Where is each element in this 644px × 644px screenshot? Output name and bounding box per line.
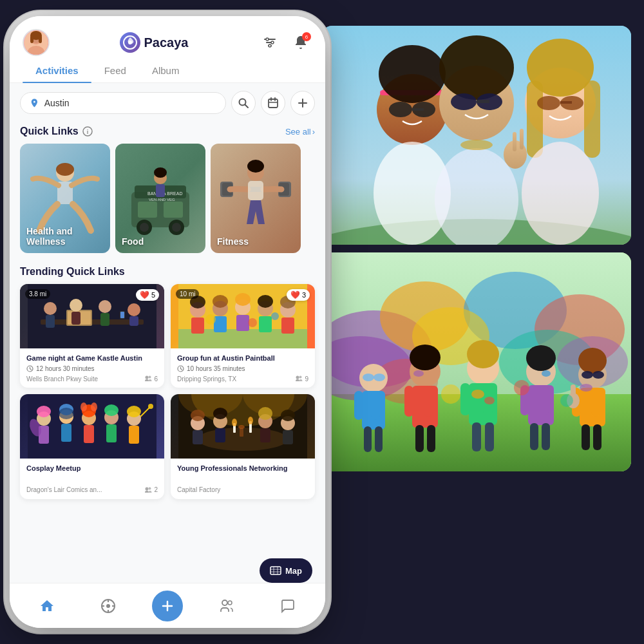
game-location-text: Wells Branch Pkwy Suite [26, 375, 98, 383]
event-card-game[interactable]: 3.8 mi ❤️ 5 Game night at Game Kastle Au… [20, 284, 164, 388]
quick-links-header: Quick Links i See all › [20, 126, 315, 137]
user-avatar[interactable] [23, 29, 50, 56]
event-card-cosplay[interactable]: Cosplay Meetup Dragon's Lair Comics an..… [20, 394, 164, 498]
wellness-bg: Health and Wellness [20, 144, 110, 253]
svg-point-53 [413, 370, 424, 377]
networking-event-image [171, 394, 315, 459]
nav-messages[interactable] [270, 593, 306, 619]
svg-rect-19 [584, 80, 600, 158]
tab-feed[interactable]: Feed [91, 59, 139, 82]
svg-rect-82 [571, 384, 576, 397]
svg-rect-48 [404, 386, 413, 417]
svg-point-178 [299, 376, 302, 379]
svg-rect-164 [236, 315, 249, 331]
svg-point-10 [451, 93, 477, 110]
messages-nav-icon [280, 598, 296, 614]
svg-point-112 [56, 163, 74, 176]
svg-point-160 [213, 295, 228, 308]
svg-rect-217 [215, 428, 225, 442]
svg-point-177 [296, 376, 299, 379]
clock-icon-2 [177, 365, 184, 372]
svg-point-171 [205, 314, 216, 325]
svg-rect-195 [106, 424, 117, 442]
tabs-bar: Activities Feed Album [10, 59, 325, 83]
map-button[interactable]: Map [260, 558, 312, 583]
quick-link-food[interactable]: BANANA BREAD VEN AND VEG [115, 144, 205, 253]
calendar-button[interactable] [261, 91, 285, 115]
svg-rect-6 [412, 108, 424, 111]
svg-rect-134 [248, 181, 263, 200]
search-button[interactable] [231, 91, 256, 115]
svg-point-143 [99, 300, 111, 313]
event-cards-row-2: Cosplay Meetup Dragon's Lair Comics an..… [20, 394, 315, 498]
content-area: Quick Links i See all › [10, 83, 325, 583]
svg-point-166 [258, 295, 273, 308]
svg-rect-144 [100, 313, 109, 326]
search-input-wrapper[interactable] [20, 92, 226, 114]
paintball-distance-badge: 10 mi [176, 289, 199, 299]
clock-icon [26, 365, 33, 372]
svg-rect-42 [364, 426, 372, 452]
paintball-event-name: Group fun at Austin Paintball [177, 354, 308, 363]
tab-activities[interactable]: Activities [23, 59, 91, 82]
svg-point-190 [80, 402, 87, 412]
svg-point-61 [471, 390, 484, 399]
nav-explore[interactable] [90, 593, 126, 619]
nav-add-button[interactable] [152, 591, 183, 621]
people-icon-2 [295, 375, 303, 383]
svg-rect-192 [84, 425, 94, 443]
add-filter-button[interactable] [290, 91, 315, 115]
people-icon [144, 375, 152, 383]
svg-point-202 [149, 487, 151, 489]
svg-point-145 [128, 303, 140, 316]
friends-photo [322, 26, 631, 245]
paintball-attendees: 9 [295, 375, 308, 383]
svg-point-186 [59, 408, 74, 419]
paintball-like-badge: ❤️ 3 [287, 289, 310, 301]
svg-point-163 [235, 293, 251, 306]
paintball-event-image: 10 mi ❤️ 3 [171, 284, 315, 348]
svg-point-77 [578, 348, 607, 374]
holi-photo [322, 252, 631, 471]
svg-point-225 [238, 425, 245, 429]
svg-point-98 [266, 38, 269, 41]
nav-home[interactable] [29, 593, 65, 619]
notification-button[interactable]: 6 [289, 31, 312, 54]
svg-rect-51 [427, 425, 435, 452]
svg-point-79 [592, 371, 604, 379]
svg-rect-49 [424, 386, 433, 417]
networking-location-text: Capital Factory [177, 486, 220, 493]
networking-location: Capital Factory [177, 486, 308, 493]
cosplay-event-info: Cosplay Meetup Dragon's Lair Comics an..… [20, 459, 164, 498]
event-card-networking[interactable]: Young Professionals Networking Capital F… [171, 394, 315, 498]
svg-rect-103 [269, 99, 278, 108]
svg-rect-223 [283, 430, 293, 444]
networking-event-info: Young Professionals Networking Capital F… [171, 459, 315, 498]
svg-point-69 [526, 345, 556, 371]
svg-point-139 [44, 302, 57, 315]
info-icon: i [82, 126, 93, 137]
svg-point-153 [149, 376, 151, 379]
quick-link-fitness[interactable]: Fitness [211, 144, 301, 253]
svg-point-219 [258, 407, 272, 420]
nav-people[interactable] [209, 593, 245, 619]
paintball-duration: 10 hours 35 minutes [187, 365, 245, 372]
svg-point-125 [154, 167, 167, 178]
svg-text:BANANA BREAD: BANANA BREAD [147, 191, 182, 196]
svg-rect-170 [281, 317, 294, 334]
networking-illustration [171, 394, 315, 459]
svg-rect-66 [540, 385, 549, 415]
svg-rect-67 [530, 423, 538, 450]
tab-album[interactable]: Album [139, 59, 193, 82]
svg-rect-118 [138, 202, 157, 218]
location-search-input[interactable] [44, 98, 216, 108]
notification-badge: 6 [302, 32, 311, 41]
trending-section-title: Trending Quick Links [20, 266, 315, 278]
filter-button[interactable] [258, 31, 281, 54]
svg-rect-119 [164, 202, 183, 218]
quick-links-see-all[interactable]: See all › [285, 127, 315, 137]
quick-link-wellness[interactable]: Health and Wellness [20, 144, 110, 253]
event-card-paintball[interactable]: 10 mi ❤️ 3 Group fun at Austin Paintball [171, 284, 315, 388]
svg-point-20 [537, 96, 560, 110]
phone-mockup: Pacaya 6 [10, 16, 325, 628]
